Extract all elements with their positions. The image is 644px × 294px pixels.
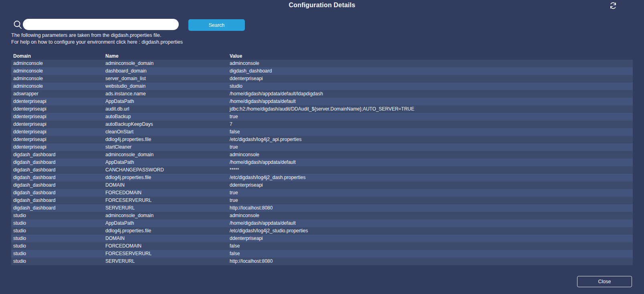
cell-name: DOMAIN [103,235,228,242]
cell-domain: adminconsole [11,60,103,67]
cell-name: startCleaner [103,143,228,151]
cell-name: webstudio_domain [103,83,228,90]
table-row: digdash_dashboardddlog4j.properties.file… [11,174,633,181]
cell-name: cleanOnStart [103,128,228,136]
cell-name: FORCEDOMAIN [103,242,228,250]
cell-name: FORCESERVERURL [103,197,228,204]
cell-domain: adminconsole [11,75,103,83]
properties-link[interactable]: digdash.properties [141,39,183,45]
cell-name: DOMAIN [103,181,228,189]
cell-value: http://localhost:8080 [228,204,633,212]
cell-name: CANCHANGEPASSWORD [103,166,228,174]
cell-domain: digdash_dashboard [11,197,103,204]
cell-value: false [228,250,633,258]
cell-name: AppDataPath [103,159,228,166]
cell-name: ddlog4j.properties.file [103,174,228,181]
cell-value: http://localhost:8080 [228,258,633,265]
cell-value: adminconsole [228,212,633,219]
table-row: studioadminconsole_domainadminconsole [11,212,633,219]
cell-domain: ddenterpriseapi [11,128,103,136]
cell-value: studio [228,83,633,90]
cell-value: /etc/digdash/log4j2_studio.properties [228,227,633,235]
cell-value: true [228,143,633,151]
cell-domain: studio [11,258,103,265]
cell-domain: studio [11,235,103,242]
cell-domain: studio [11,242,103,250]
table-row: digdash_dashboardCANCHANGEPASSWORD***** [11,166,633,174]
cell-domain: digdash_dashboard [11,151,103,159]
table-row: studioFORCESERVERURLfalse [11,250,633,258]
cell-domain: studio [11,219,103,227]
column-header-name: Name [103,52,228,60]
cell-name: FORCEDOMAIN [103,189,228,197]
close-button[interactable]: Close [577,276,632,287]
cell-name: audit.db.url [103,105,228,113]
table-row: digdash_dashboardadminconsole_domainadmi… [11,151,633,159]
cell-domain: studio [11,212,103,219]
page-title: Configuration Details [0,2,644,9]
table-row: ddenterpriseapiaudit.db.urljdbc:h2:/home… [11,105,633,113]
cell-domain: ddenterpriseapi [11,98,103,105]
cell-name: adminconsole_domain [103,60,228,67]
cell-value: /etc/digdash/log4j2_dash.properties [228,174,633,181]
cell-value: 7 [228,121,633,128]
cell-value: /home/digdash/appdata/default/ldapdigdas… [228,90,633,98]
cell-value: jdbc:h2:/home/digdash/audit/DDAudit_${se… [228,105,633,113]
cell-domain: ddenterpriseapi [11,105,103,113]
cell-domain: digdash_dashboard [11,174,103,181]
table-row: digdash_dashboardSERVERURLhttp://localho… [11,204,633,212]
table-row: ddenterpriseapiautoBackupKeepDays7 [11,121,633,128]
refresh-icon[interactable] [609,1,618,10]
table-row: studioAppDataPath/home/digdash/appdata/d… [11,219,633,227]
table-row: digdash_dashboardFORCESERVERURLtrue [11,197,633,204]
cell-domain: ddenterpriseapi [11,113,103,121]
table-row: studioSERVERURLhttp://localhost:8080 [11,258,633,265]
cell-value: ddenterpriseapi [228,75,633,83]
cell-name: ddlog4j.properties.file [103,136,228,143]
cell-value: digdash_dashboard [228,67,633,75]
configuration-details-page: Configuration Details Search The followi… [0,0,644,294]
cell-value: ***** [228,166,633,174]
cell-domain: ddenterpriseapi [11,121,103,128]
table-row: adminconsoledashboard_domaindigdash_dash… [11,67,633,75]
table-row: adminconsoleserver_domain_listddenterpri… [11,75,633,83]
cell-domain: digdash_dashboard [11,189,103,197]
cell-domain: adminconsole [11,67,103,75]
cell-domain: studio [11,250,103,258]
table-header-row: Domain Name Value [11,52,633,60]
cell-name: adminconsole_domain [103,151,228,159]
cell-value: false [228,128,633,136]
cell-value: ddenterpriseapi [228,235,633,242]
cell-name: dashboard_domain [103,67,228,75]
cell-domain: adminconsole [11,83,103,90]
cell-value: adminconsole [228,151,633,159]
cell-domain: studio [11,227,103,235]
cell-domain: digdash_dashboard [11,204,103,212]
info-line-2: For help on how to configure your enviro… [11,39,183,45]
cell-value: /home/digdash/appdata/default [228,98,633,105]
table-row: studioFORCEDOMAINfalse [11,242,633,250]
table-row: ddenterpriseapiddlog4j.properties.file/e… [11,136,633,143]
table-row: ddenterpriseapistartCleanertrue [11,143,633,151]
cell-value: true [228,197,633,204]
cell-value: true [228,189,633,197]
cell-name: adminconsole_domain [103,212,228,219]
table-row: digdash_dashboardAppDataPath/home/digdas… [11,159,633,166]
cell-name: server_domain_list [103,75,228,83]
table-row: ddenterpriseapiAppDataPath/home/digdash/… [11,98,633,105]
cell-name: ddlog4j.properties.file [103,227,228,235]
cell-value: false [228,242,633,250]
table-row: digdash_dashboardDOMAINddenterpriseapi [11,181,633,189]
column-header-domain: Domain [11,52,103,60]
table-row: studioddlog4j.properties.file/etc/digdas… [11,227,633,235]
table-row: ddenterpriseapiautoBackuptrue [11,113,633,121]
search-button[interactable]: Search [188,19,245,31]
cell-domain: digdash_dashboard [11,166,103,174]
cell-domain: ddenterpriseapi [11,136,103,143]
column-header-value: Value [228,52,633,60]
table-row: adswrapperads.instance.name/home/digdash… [11,90,633,98]
search-input[interactable] [23,19,179,30]
table-row: ddenterpriseapicleanOnStartfalse [11,128,633,136]
cell-domain: digdash_dashboard [11,181,103,189]
table-row: adminconsoleadminconsole_domainadmincons… [11,60,633,67]
